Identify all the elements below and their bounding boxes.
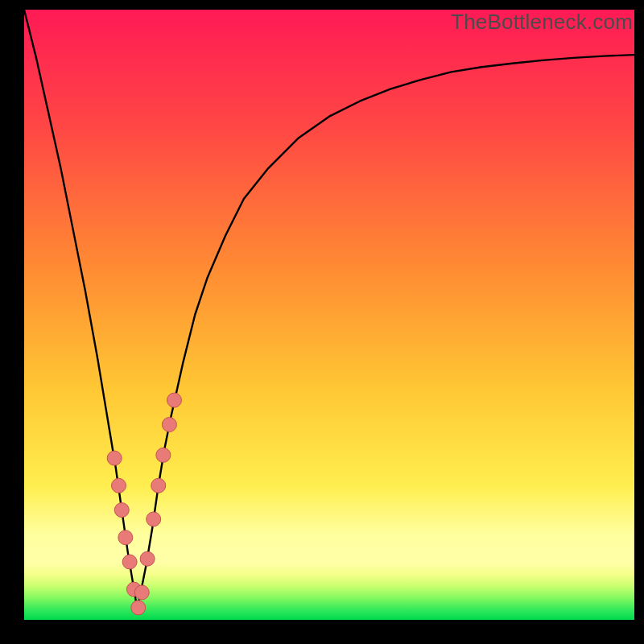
plot-area xyxy=(24,10,634,620)
marker-point xyxy=(122,555,137,569)
marker-point xyxy=(162,417,176,431)
marker-point xyxy=(147,512,161,526)
gradient-background xyxy=(24,10,634,620)
watermark-text: TheBottleneck.com xyxy=(451,10,633,35)
marker-point xyxy=(167,393,181,407)
chart-frame: TheBottleneck.com xyxy=(0,0,644,644)
marker-point xyxy=(151,478,166,493)
marker-point xyxy=(114,503,129,518)
marker-point xyxy=(134,585,149,600)
marker-point xyxy=(107,451,122,465)
chart-svg xyxy=(24,10,634,620)
marker-point xyxy=(140,551,155,566)
marker-point xyxy=(156,448,171,462)
marker-point xyxy=(118,530,133,545)
marker-point xyxy=(111,478,126,493)
marker-point xyxy=(131,601,146,615)
